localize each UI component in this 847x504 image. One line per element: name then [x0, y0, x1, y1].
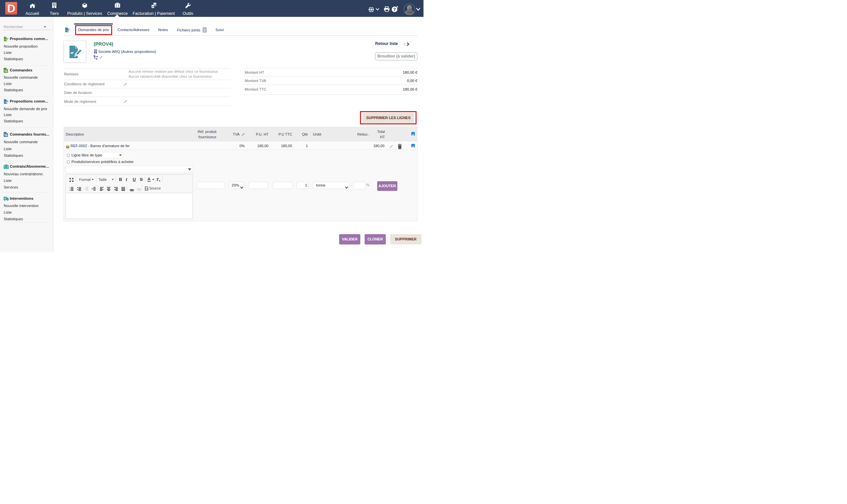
svg-text:1: 1 [70, 187, 70, 189]
svg-text:2: 2 [70, 189, 70, 191]
